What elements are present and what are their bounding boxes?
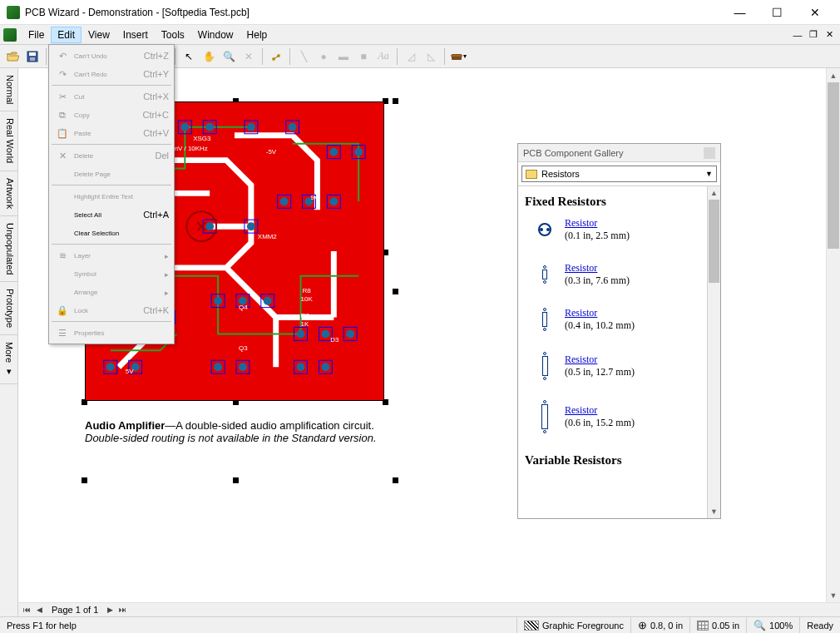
menu-highlight: Highlight Entire Text	[51, 187, 172, 205]
component-tool[interactable]	[267, 47, 285, 66]
shape1-tool[interactable]: ◿	[402, 47, 420, 66]
doc-icon	[3, 28, 17, 42]
next-page-button[interactable]: ▶	[106, 606, 115, 614]
status-grid[interactable]: 0.05 in	[689, 617, 746, 633]
gallery-close-icon[interactable]	[704, 147, 715, 159]
menu-tools[interactable]: Tools	[155, 27, 191, 43]
gallery-item[interactable]: Resistor(0.6 in, 15.2 mm)	[525, 400, 720, 433]
gallery-item[interactable]: Resistor(0.5 in, 12.7 mm)	[525, 352, 720, 380]
status-bar: Press F1 for help Graphic Foregrounc ⊕0.…	[0, 616, 840, 633]
vertical-scrollbar[interactable]: ▲ ▼	[826, 68, 840, 602]
handle-g-sw[interactable]	[82, 477, 87, 483]
svg-text:XMM2: XMM2	[258, 233, 278, 240]
handle-g-s[interactable]	[233, 477, 239, 483]
svg-text:XSG3: XSG3	[193, 135, 211, 142]
svg-point-68	[321, 363, 329, 371]
gallery-item[interactable]: Resistor(0.4 in, 10.2 mm)	[525, 307, 720, 332]
gallery-item[interactable]: Resistor(0.1 in, 2.5 mm)	[525, 217, 720, 242]
menu-select-all[interactable]: Select AllCtrl+A	[51, 205, 172, 224]
track-tool[interactable]: ╲	[294, 47, 313, 66]
mdi-close[interactable]: ✕	[822, 27, 837, 42]
edit-menu-dropdown: ↶Can't UndoCtrl+Z ↷Can't RedoCtrl+Y ✂Cut…	[48, 44, 175, 344]
open-button[interactable]	[3, 47, 22, 66]
svg-text:Q3: Q3	[239, 344, 248, 352]
horizontal-scrollbar[interactable]: ⏮ ◀ Page 1 of 1 ▶ ⏭	[18, 602, 840, 616]
shape2-tool[interactable]: ◺	[422, 47, 440, 66]
crosshair-icon: ⊕	[638, 619, 647, 631]
menu-view[interactable]: View	[82, 27, 116, 43]
scroll-up-icon[interactable]: ▲	[827, 68, 840, 82]
svg-text:R8: R8	[303, 287, 312, 294]
pointer-tool[interactable]: ↖	[180, 47, 198, 66]
svg-point-32	[247, 222, 255, 230]
menu-arrange: Arrange	[51, 283, 172, 301]
title-bar: PCB Wizard - Demonstration - [Softpedia …	[0, 0, 840, 25]
svg-point-58	[106, 363, 115, 371]
svg-text:9V: 9V	[310, 194, 319, 201]
gallery-category-select[interactable]: Resistors ▼	[521, 166, 717, 182]
scroll-thumb[interactable]	[828, 82, 839, 249]
menu-symbol: Symbol	[51, 265, 172, 283]
menu-lock: 🔒LockCtrl+K	[51, 301, 172, 319]
rect-tool[interactable]: ▬	[334, 47, 353, 66]
svg-point-12	[180, 123, 189, 131]
menu-clear-selection[interactable]: Clear Selection	[51, 224, 172, 242]
minimize-button[interactable]: —	[721, 0, 758, 25]
text-tool[interactable]: Aa	[374, 47, 393, 66]
maximize-button[interactable]: ☐	[758, 0, 796, 25]
library-button[interactable]: ▾	[449, 47, 467, 66]
pan-tool[interactable]: ✋	[200, 47, 218, 66]
handle-g-se[interactable]	[393, 477, 398, 483]
view-tabs: Normal Real World Artwork Unpopulated Pr…	[0, 68, 18, 616]
svg-point-54	[321, 329, 329, 338]
delete-tool[interactable]: ✕	[240, 47, 258, 66]
svg-text:-5V: -5V	[266, 148, 277, 156]
pad-tool[interactable]: ●	[314, 47, 333, 66]
vtab-unpopulated[interactable]: Unpopulated	[0, 216, 17, 282]
vtab-prototype[interactable]: Prototype	[0, 282, 17, 335]
menu-edit[interactable]: Edit	[51, 27, 82, 43]
menu-insert[interactable]: Insert	[116, 27, 155, 43]
zoom-tool[interactable]: 🔍	[220, 47, 238, 66]
vtab-artwork[interactable]: Artwork	[0, 171, 17, 216]
prev-page-button[interactable]: ◀	[35, 606, 44, 614]
gallery-heading-fixed: Fixed Resistors	[525, 195, 720, 209]
status-layer[interactable]: Graphic Foregrounc	[516, 617, 630, 633]
close-button[interactable]: ✕	[796, 0, 833, 25]
menu-file[interactable]: File	[22, 27, 51, 43]
svg-point-18	[289, 123, 297, 131]
handle-g-e[interactable]	[393, 289, 398, 294]
gallery-titlebar[interactable]: PCB Component Gallery	[518, 144, 720, 162]
scroll-down-icon[interactable]: ▼	[827, 588, 840, 602]
handle-g-ne[interactable]	[393, 98, 398, 104]
svg-rect-6	[451, 55, 462, 57]
menu-window[interactable]: Window	[191, 27, 240, 43]
vtab-more[interactable]: More	[0, 335, 17, 383]
menu-cut: ✂CutCtrl+X	[51, 87, 172, 106]
save-button[interactable]	[23, 47, 42, 66]
menu-help[interactable]: Help	[240, 27, 274, 43]
hatch-icon	[524, 621, 539, 631]
first-page-button[interactable]: ⏮	[22, 606, 32, 614]
component-gallery[interactable]: PCB Component Gallery Resistors ▼ Fixed …	[517, 143, 721, 519]
last-page-button[interactable]: ⏭	[117, 606, 128, 614]
menu-copy: ⧉CopyCtrl+C	[51, 106, 172, 124]
gallery-scrollbar[interactable]: ▲ ▼	[707, 186, 720, 518]
svg-point-34	[280, 197, 289, 205]
mdi-minimize[interactable]: —	[790, 27, 805, 42]
vtab-realworld[interactable]: Real World	[0, 111, 17, 171]
status-zoom[interactable]: 🔍100%	[746, 617, 799, 633]
svg-point-30	[205, 222, 214, 230]
svg-point-85	[540, 228, 543, 231]
scroll-thumb[interactable]	[709, 200, 719, 283]
scroll-up-icon[interactable]: ▲	[708, 186, 720, 200]
mdi-restore[interactable]: ❐	[806, 27, 821, 42]
vtab-normal[interactable]: Normal	[0, 68, 17, 111]
zoom-icon: 🔍	[754, 620, 766, 631]
svg-point-62	[214, 363, 222, 371]
gallery-item[interactable]: Resistor(0.3 in, 7.6 mm)	[525, 262, 720, 287]
svg-point-50	[264, 297, 272, 305]
copper-tool[interactable]: ■	[354, 47, 373, 66]
status-coord: ⊕0.8, 0 in	[630, 617, 689, 633]
scroll-down-icon[interactable]: ▼	[708, 505, 720, 518]
